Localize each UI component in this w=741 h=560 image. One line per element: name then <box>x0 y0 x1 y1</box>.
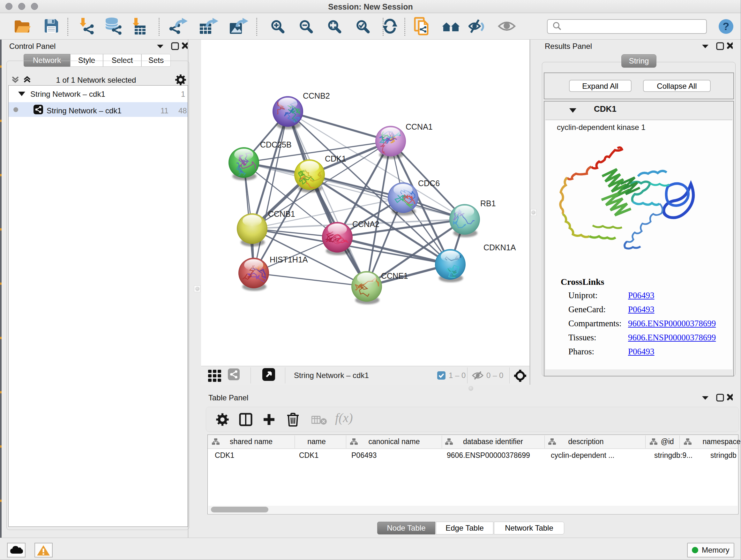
svg-text:HIST1H1A: HIST1H1A <box>270 255 308 264</box>
svg-text:CCNB1: CCNB1 <box>268 209 295 219</box>
svg-text:RB1: RB1 <box>480 199 496 208</box>
svg-text:?: ? <box>723 20 730 32</box>
svg-text:CDC6: CDC6 <box>418 179 440 188</box>
svg-text:CCNB2: CCNB2 <box>303 91 330 100</box>
svg-text:CDK1: CDK1 <box>325 154 346 163</box>
svg-text:CDKN1A: CDKN1A <box>483 243 516 252</box>
svg-text:CCNA2: CCNA2 <box>352 220 380 229</box>
svg-text:CDC25B: CDC25B <box>260 140 292 149</box>
svg-text:CCNA1: CCNA1 <box>406 122 433 131</box>
svg-text:CCNE1: CCNE1 <box>381 271 408 280</box>
